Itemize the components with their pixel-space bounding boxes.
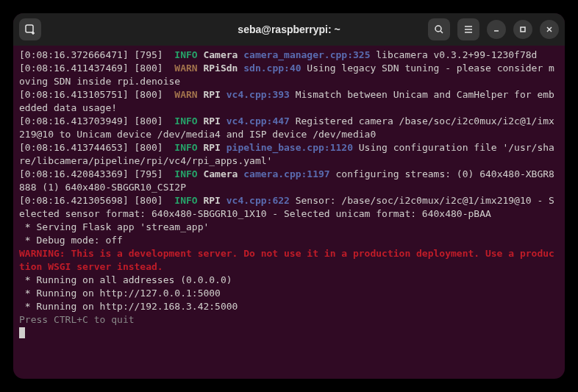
svg-line-4 <box>440 31 443 33</box>
log-level: INFO <box>174 142 197 153</box>
terminal-output[interactable]: [0:08:16.372666471] [795] INFO Camera ca… <box>13 46 565 379</box>
search-button[interactable] <box>428 18 450 40</box>
log-timestamp: [0:08:16.372666471] [795] <box>19 49 169 60</box>
new-tab-button[interactable] <box>19 18 41 40</box>
log-timestamp: [0:08:16.413703949] [800] <box>19 115 169 126</box>
log-timestamp: [0:08:16.420843369] [795] <box>19 168 169 179</box>
log-location: sdn.cpp:40 <box>243 63 301 74</box>
log-location: vc4.cpp:447 <box>226 115 290 126</box>
flask-warning: WARNING: This is a development server. D… <box>19 248 554 272</box>
flask-serving: * Serving Flask app 'stream_app' <box>19 221 209 232</box>
log-component: RPI <box>203 142 220 153</box>
minimize-button[interactable] <box>487 20 506 39</box>
log-level: INFO <box>174 168 197 179</box>
log-component: Camera <box>203 49 238 60</box>
hamburger-icon <box>463 24 474 35</box>
flask-debug: * Debug mode: off <box>19 235 123 246</box>
log-location: pipeline_base.cpp:1120 <box>226 142 353 153</box>
log-component: RPI <box>203 195 220 206</box>
log-component: RPI <box>203 89 220 100</box>
log-level: INFO <box>174 195 197 206</box>
search-icon <box>434 24 444 35</box>
log-timestamp: [0:08:16.413744653] [800] <box>19 142 169 153</box>
log-location: vc4.cpp:393 <box>226 89 290 100</box>
close-icon <box>545 25 554 34</box>
terminal-window: seba@raspberrypi: ~ [0:08:16.372666471] … <box>13 13 565 379</box>
log-level: INFO <box>174 49 197 60</box>
flask-run-ip: * Running on http://192.168.3.42:5000 <box>19 301 238 312</box>
svg-rect-0 <box>26 25 33 32</box>
log-level: WARN <box>174 63 197 74</box>
svg-point-3 <box>435 26 441 32</box>
maximize-icon <box>518 25 527 34</box>
flask-quit-hint: Press CTRL+C to quit <box>19 314 135 325</box>
log-location: camera.cpp:1197 <box>243 168 329 179</box>
log-level: INFO <box>174 115 197 126</box>
maximize-button[interactable] <box>513 20 532 39</box>
terminal-cursor <box>19 327 25 338</box>
minimize-icon <box>492 25 501 34</box>
log-component: RPI <box>203 115 220 126</box>
log-location: vc4.cpp:622 <box>226 195 290 206</box>
titlebar: seba@raspberrypi: ~ <box>13 13 565 46</box>
log-location: camera_manager.cpp:325 <box>243 49 370 60</box>
log-message: libcamera v0.3.2+99-1230f78d <box>370 49 537 60</box>
flask-run-all: * Running on all addresses (0.0.0.0) <box>19 274 232 285</box>
log-component: RPiSdn <box>203 63 238 74</box>
svg-rect-9 <box>521 27 525 32</box>
log-component: Camera <box>203 168 238 179</box>
log-timestamp: [0:08:16.421305698] [800] <box>19 195 169 206</box>
close-button[interactable] <box>540 20 559 39</box>
window-title: seba@raspberrypi: ~ <box>199 24 379 35</box>
log-timestamp: [0:08:16.413105751] [800] <box>19 89 169 100</box>
flask-run-local: * Running on http://127.0.0.1:5000 <box>19 288 221 299</box>
log-timestamp: [0:08:16.411437469] [800] <box>19 63 169 74</box>
log-level: WARN <box>174 89 197 100</box>
menu-button[interactable] <box>457 18 479 40</box>
